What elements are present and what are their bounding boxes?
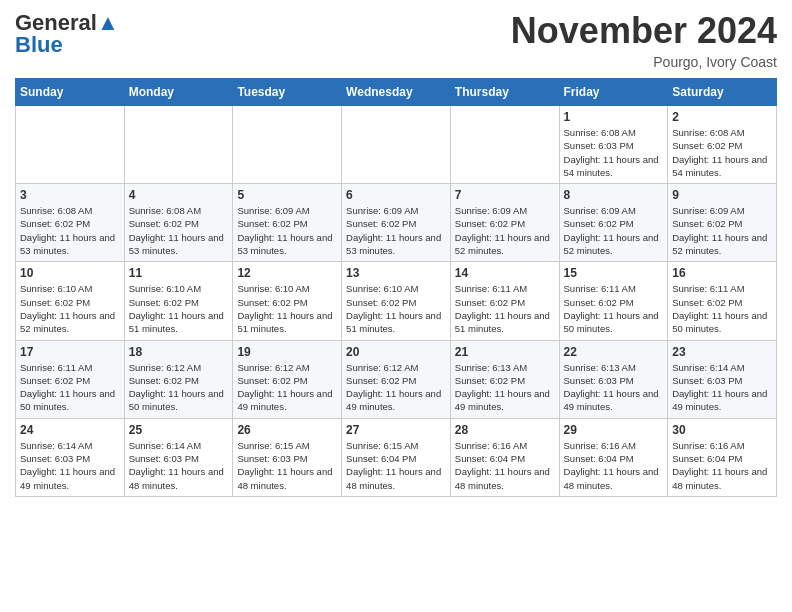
calendar-cell: 1Sunrise: 6:08 AMSunset: 6:03 PMDaylight… (559, 106, 668, 184)
daylight-text: Daylight: 11 hours and 49 minutes. (672, 387, 772, 414)
daylight-text: Daylight: 11 hours and 51 minutes. (129, 309, 229, 336)
sunrise-text: Sunrise: 6:10 AM (237, 282, 337, 295)
cell-content: Sunrise: 6:16 AMSunset: 6:04 PMDaylight:… (564, 439, 664, 492)
calendar-header: SundayMondayTuesdayWednesdayThursdayFrid… (16, 79, 777, 106)
sunrise-text: Sunrise: 6:11 AM (672, 282, 772, 295)
sunset-text: Sunset: 6:03 PM (564, 374, 664, 387)
sunset-text: Sunset: 6:04 PM (672, 452, 772, 465)
cell-content: Sunrise: 6:08 AMSunset: 6:02 PMDaylight:… (20, 204, 120, 257)
weekday-header-row: SundayMondayTuesdayWednesdayThursdayFrid… (16, 79, 777, 106)
sunrise-text: Sunrise: 6:08 AM (20, 204, 120, 217)
day-number: 1 (564, 110, 664, 124)
cell-content: Sunrise: 6:14 AMSunset: 6:03 PMDaylight:… (672, 361, 772, 414)
day-number: 11 (129, 266, 229, 280)
sunrise-text: Sunrise: 6:09 AM (672, 204, 772, 217)
day-number: 2 (672, 110, 772, 124)
calendar-cell: 17Sunrise: 6:11 AMSunset: 6:02 PMDayligh… (16, 340, 125, 418)
daylight-text: Daylight: 11 hours and 53 minutes. (129, 231, 229, 258)
sunrise-text: Sunrise: 6:10 AM (346, 282, 446, 295)
sunrise-text: Sunrise: 6:14 AM (672, 361, 772, 374)
sunset-text: Sunset: 6:02 PM (237, 217, 337, 230)
cell-content: Sunrise: 6:08 AMSunset: 6:03 PMDaylight:… (564, 126, 664, 179)
logo-blue: Blue (15, 32, 63, 58)
calendar-cell: 13Sunrise: 6:10 AMSunset: 6:02 PMDayligh… (342, 262, 451, 340)
daylight-text: Daylight: 11 hours and 49 minutes. (237, 387, 337, 414)
cell-content: Sunrise: 6:15 AMSunset: 6:03 PMDaylight:… (237, 439, 337, 492)
calendar-cell: 21Sunrise: 6:13 AMSunset: 6:02 PMDayligh… (450, 340, 559, 418)
sunrise-text: Sunrise: 6:09 AM (455, 204, 555, 217)
day-number: 20 (346, 345, 446, 359)
sunset-text: Sunset: 6:02 PM (237, 296, 337, 309)
day-number: 28 (455, 423, 555, 437)
cell-content: Sunrise: 6:15 AMSunset: 6:04 PMDaylight:… (346, 439, 446, 492)
daylight-text: Daylight: 11 hours and 50 minutes. (129, 387, 229, 414)
cell-content: Sunrise: 6:13 AMSunset: 6:02 PMDaylight:… (455, 361, 555, 414)
sunrise-text: Sunrise: 6:10 AM (129, 282, 229, 295)
cell-content: Sunrise: 6:12 AMSunset: 6:02 PMDaylight:… (129, 361, 229, 414)
day-number: 23 (672, 345, 772, 359)
cell-content: Sunrise: 6:08 AMSunset: 6:02 PMDaylight:… (129, 204, 229, 257)
calendar-cell: 24Sunrise: 6:14 AMSunset: 6:03 PMDayligh… (16, 418, 125, 496)
sunset-text: Sunset: 6:02 PM (20, 374, 120, 387)
sunrise-text: Sunrise: 6:16 AM (455, 439, 555, 452)
daylight-text: Daylight: 11 hours and 53 minutes. (237, 231, 337, 258)
calendar-cell: 12Sunrise: 6:10 AMSunset: 6:02 PMDayligh… (233, 262, 342, 340)
calendar-cell: 26Sunrise: 6:15 AMSunset: 6:03 PMDayligh… (233, 418, 342, 496)
calendar-cell: 25Sunrise: 6:14 AMSunset: 6:03 PMDayligh… (124, 418, 233, 496)
day-number: 15 (564, 266, 664, 280)
title-area: November 2024 Pourgo, Ivory Coast (511, 10, 777, 70)
sunset-text: Sunset: 6:02 PM (346, 296, 446, 309)
cell-content: Sunrise: 6:10 AMSunset: 6:02 PMDaylight:… (129, 282, 229, 335)
page: General▲ Blue November 2024 Pourgo, Ivor… (0, 0, 792, 507)
calendar-cell: 28Sunrise: 6:16 AMSunset: 6:04 PMDayligh… (450, 418, 559, 496)
calendar-cell: 23Sunrise: 6:14 AMSunset: 6:03 PMDayligh… (668, 340, 777, 418)
day-number: 3 (20, 188, 120, 202)
day-number: 19 (237, 345, 337, 359)
day-number: 7 (455, 188, 555, 202)
calendar-body: 1Sunrise: 6:08 AMSunset: 6:03 PMDaylight… (16, 106, 777, 497)
cell-content: Sunrise: 6:16 AMSunset: 6:04 PMDaylight:… (455, 439, 555, 492)
day-number: 4 (129, 188, 229, 202)
month-title: November 2024 (511, 10, 777, 52)
cell-content: Sunrise: 6:16 AMSunset: 6:04 PMDaylight:… (672, 439, 772, 492)
cell-content: Sunrise: 6:13 AMSunset: 6:03 PMDaylight:… (564, 361, 664, 414)
sunset-text: Sunset: 6:02 PM (20, 217, 120, 230)
sunset-text: Sunset: 6:03 PM (129, 452, 229, 465)
daylight-text: Daylight: 11 hours and 50 minutes. (672, 309, 772, 336)
calendar-cell: 8Sunrise: 6:09 AMSunset: 6:02 PMDaylight… (559, 184, 668, 262)
calendar-cell (450, 106, 559, 184)
sunset-text: Sunset: 6:02 PM (129, 296, 229, 309)
daylight-text: Daylight: 11 hours and 51 minutes. (237, 309, 337, 336)
day-number: 6 (346, 188, 446, 202)
daylight-text: Daylight: 11 hours and 49 minutes. (564, 387, 664, 414)
daylight-text: Daylight: 11 hours and 48 minutes. (672, 465, 772, 492)
calendar-cell: 2Sunrise: 6:08 AMSunset: 6:02 PMDaylight… (668, 106, 777, 184)
sunset-text: Sunset: 6:02 PM (672, 139, 772, 152)
cell-content: Sunrise: 6:14 AMSunset: 6:03 PMDaylight:… (20, 439, 120, 492)
sunset-text: Sunset: 6:02 PM (672, 296, 772, 309)
sunset-text: Sunset: 6:04 PM (455, 452, 555, 465)
day-number: 26 (237, 423, 337, 437)
day-number: 29 (564, 423, 664, 437)
daylight-text: Daylight: 11 hours and 48 minutes. (129, 465, 229, 492)
daylight-text: Daylight: 11 hours and 52 minutes. (455, 231, 555, 258)
calendar-cell: 16Sunrise: 6:11 AMSunset: 6:02 PMDayligh… (668, 262, 777, 340)
calendar-cell: 30Sunrise: 6:16 AMSunset: 6:04 PMDayligh… (668, 418, 777, 496)
sunset-text: Sunset: 6:03 PM (20, 452, 120, 465)
daylight-text: Daylight: 11 hours and 51 minutes. (346, 309, 446, 336)
cell-content: Sunrise: 6:10 AMSunset: 6:02 PMDaylight:… (237, 282, 337, 335)
sunrise-text: Sunrise: 6:08 AM (129, 204, 229, 217)
day-number: 10 (20, 266, 120, 280)
day-number: 8 (564, 188, 664, 202)
calendar-cell: 3Sunrise: 6:08 AMSunset: 6:02 PMDaylight… (16, 184, 125, 262)
calendar-cell: 5Sunrise: 6:09 AMSunset: 6:02 PMDaylight… (233, 184, 342, 262)
weekday-header-thursday: Thursday (450, 79, 559, 106)
header: General▲ Blue November 2024 Pourgo, Ivor… (15, 10, 777, 70)
cell-content: Sunrise: 6:11 AMSunset: 6:02 PMDaylight:… (672, 282, 772, 335)
calendar-table: SundayMondayTuesdayWednesdayThursdayFrid… (15, 78, 777, 497)
day-number: 16 (672, 266, 772, 280)
cell-content: Sunrise: 6:09 AMSunset: 6:02 PMDaylight:… (455, 204, 555, 257)
sunset-text: Sunset: 6:02 PM (455, 296, 555, 309)
cell-content: Sunrise: 6:11 AMSunset: 6:02 PMDaylight:… (564, 282, 664, 335)
sunset-text: Sunset: 6:03 PM (564, 139, 664, 152)
